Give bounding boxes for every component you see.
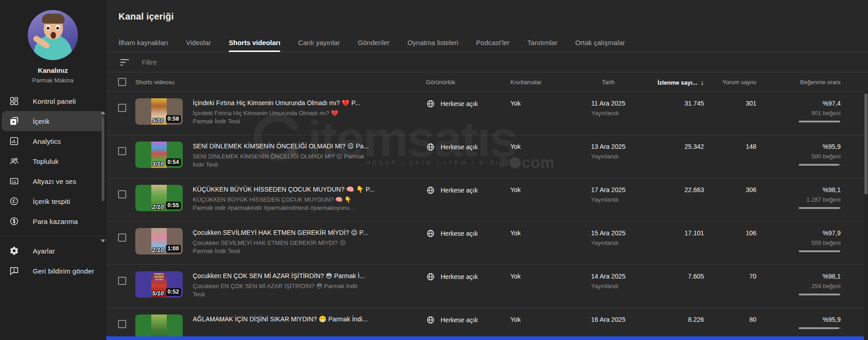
video-title[interactable]: Çocukken SEVİLMEYİ HAK ETMEN GEREKİR MİY… — [193, 229, 417, 236]
restrictions-value[interactable]: Yok — [490, 142, 572, 178]
sidebar-item-label: Kontrol paneli — [33, 97, 76, 105]
video-title[interactable]: KÜÇÜKKEN BÜYÜK HİSSEDEN ÇOCUK MUYDUN? 🧠 … — [193, 186, 417, 193]
video-duration-badge: 0:55 — [166, 202, 181, 209]
visibility-value[interactable]: Herkese açık — [441, 316, 478, 324]
column-date[interactable]: Tarih — [572, 79, 645, 86]
restrictions-value[interactable]: Yok — [490, 185, 572, 221]
sidebar-item-analytics[interactable]: Analytics — [2, 131, 104, 151]
column-comments[interactable]: Yorum sayısı — [704, 79, 756, 86]
video-title[interactable]: İçindeki Fırtına Hiç Kimsenin Umurunda O… — [193, 99, 417, 107]
sidebar-item-kontrol-paneli[interactable]: Kontrol paneli — [2, 91, 104, 111]
sort-descending-icon[interactable]: ↓ — [701, 78, 704, 86]
tab-canli-yayinlar[interactable]: Canlı yayınlar — [298, 33, 340, 52]
sidebar-item-altyazi-ve-ses[interactable]: Altyazı ve ses — [2, 171, 104, 191]
video-thumbnail[interactable]: 2/10 0:55 — [135, 185, 183, 211]
video-description: Çocukken SEVİLMEYİ HAK ETMEN GEREKİR MİY… — [193, 239, 417, 255]
publish-date: 17 Ara 2025 — [591, 186, 626, 193]
sidebar-item-para-kazanma[interactable]: Para kazanma — [2, 211, 104, 231]
select-all-checkbox[interactable] — [118, 78, 126, 86]
channel-avatar[interactable] — [28, 10, 78, 60]
sidebar-item-label: Topluluk — [33, 157, 59, 165]
sidebar-item-label: Ayarlar — [33, 247, 55, 255]
views-value: 31.745 — [645, 98, 704, 135]
video-title[interactable]: Çocukken EN ÇOK SEN Mİ AZAR İŞİTİRDİN? 😳… — [193, 272, 417, 279]
video-title[interactable]: SENİ DİNLEMEK KİMSENİN ÖNCELİĞİ OLMADI M… — [193, 142, 417, 150]
video-duration-badge: 0:52 — [166, 288, 181, 296]
filter-input[interactable] — [142, 58, 333, 66]
thumbnail-score: 3/10 — [152, 160, 164, 167]
channel-label: Kanalınız — [0, 66, 106, 74]
publish-status: Yayınlandı — [591, 153, 626, 160]
row-checkbox[interactable] — [118, 147, 126, 155]
restrictions-value[interactable]: Yok — [490, 228, 572, 264]
tab-oynatma-listeleri[interactable]: Oynatma listeleri — [407, 33, 458, 52]
column-restrictions[interactable]: Kısıtlamalar — [490, 79, 572, 86]
tab-tanitimlar[interactable]: Tanıtımlar — [528, 33, 558, 52]
filter-bar — [106, 52, 868, 72]
sidebar-item-topluluk[interactable]: Topluluk — [2, 151, 104, 171]
tab-gonderiler[interactable]: Gönderiler — [358, 33, 390, 52]
row-checkbox[interactable] — [118, 277, 126, 285]
like-rate-bar — [799, 250, 841, 252]
like-rate-bar — [799, 207, 841, 209]
page-scrollbar-thumb[interactable] — [864, 93, 868, 194]
tab-ilham-kaynaklari[interactable]: İlham kaynakları — [118, 33, 168, 52]
sidebar-item-icerik[interactable]: İçerik — [2, 111, 104, 131]
row-checkbox[interactable] — [118, 104, 126, 112]
video-duration-badge: 1:00 — [166, 245, 181, 253]
row-checkbox[interactable] — [118, 233, 126, 242]
sidebar-item-icerik-tespiti[interactable]: İçerik tespiti — [2, 191, 104, 211]
filter-icon[interactable] — [120, 59, 129, 66]
scroll-up-arrow-icon[interactable] — [101, 111, 105, 114]
column-views[interactable]: İzlenme sayı...↓ — [645, 78, 704, 86]
likes-count: 580 beğeni — [812, 153, 841, 160]
column-like-rate[interactable]: Beğenme oranı — [756, 79, 841, 86]
sidebar-item-label: Altyazı ve ses — [33, 178, 76, 185]
row-checkbox[interactable] — [118, 190, 126, 198]
tab-podcastler[interactable]: Podcast'ler — [476, 33, 510, 52]
page-title: Kanal içeriği — [106, 0, 868, 22]
subtitles-icon — [9, 176, 19, 186]
video-thumbnail[interactable]: PARMAK İNDİRME OYUNU 5/10 0:52 — [135, 271, 183, 298]
like-rate-value: %95,9 — [822, 143, 841, 150]
globe-icon — [426, 229, 435, 238]
visibility-value[interactable]: Herkese açık — [441, 187, 478, 194]
likes-count: 1.287 beğeni — [806, 196, 841, 203]
visibility-value[interactable]: Herkese açık — [441, 100, 478, 107]
sidebar-item-ayarlar[interactable]: Ayarlar — [2, 241, 104, 261]
like-rate-value: %98,1 — [822, 273, 841, 280]
video-thumbnail[interactable]: 5/10 0:58 — [135, 98, 183, 125]
tab-videolar[interactable]: Videolar — [186, 33, 211, 52]
video-thumbnail[interactable]: 2/10 1:00 — [135, 228, 183, 254]
like-rate-bar — [799, 294, 841, 295]
visibility-value[interactable]: Herkese açık — [441, 273, 478, 280]
video-thumbnail[interactable]: 3/10 0:54 — [135, 142, 183, 168]
video-description: SENİ DİNLEMEK KİMSENİN ÖNCELİĞİ OLMADI M… — [193, 152, 417, 169]
tab-shorts-videolari[interactable]: Shorts videoları — [229, 33, 280, 52]
video-description: Çocukken EN ÇOK SEN Mİ AZAR İŞİTİRDİN? 😳… — [193, 282, 417, 299]
views-value: 22.663 — [645, 185, 704, 221]
comments-value: 106 — [704, 228, 756, 264]
restrictions-value[interactable]: Yok — [490, 98, 572, 135]
scroll-down-arrow-icon[interactable] — [101, 239, 105, 243]
publish-date: 16 Ara 2025 — [591, 316, 626, 323]
table-header: Shorts videosu Görünürlük Kısıtlamalar T… — [106, 72, 868, 92]
sidebar-item-label: İçerik tespiti — [33, 198, 70, 205]
publish-status: Yayınlandı — [591, 110, 625, 117]
sidebar-scrollbar-thumb[interactable] — [102, 117, 104, 201]
table-row: 5/10 0:58 İçindeki Fırtına Hiç Kimsenin … — [106, 92, 868, 135]
tab-ortak-calismalar[interactable]: Ortak çalışmalar — [575, 33, 625, 52]
sidebar-item-geri-bildirim-gonder[interactable]: Geri bildirim gönder — [2, 261, 104, 281]
visibility-value[interactable]: Herkese açık — [441, 230, 478, 237]
thumbnail-score: 5/10 — [152, 117, 164, 124]
visibility-value[interactable]: Herkese açık — [441, 143, 478, 151]
video-title[interactable]: AĞLAMAMAK İÇİN DİŞİNİ SIKAR MIYDIN? 😬 Pa… — [193, 315, 417, 323]
table-row: 3/10 0:54 SENİ DİNLEMEK KİMSENİN ÖNCELİĞ… — [106, 135, 868, 178]
sidebar-scrollbar[interactable] — [101, 0, 105, 340]
page-scrollbar[interactable] — [864, 90, 868, 340]
row-checkbox[interactable] — [118, 320, 126, 328]
thumbnail-caption: PARMAK İNDİRME OYUNU — [151, 273, 167, 281]
column-visibility[interactable]: Görünürlük — [417, 79, 490, 86]
likes-count: 559 beğeni — [812, 239, 841, 246]
restrictions-value[interactable]: Yok — [490, 271, 572, 308]
